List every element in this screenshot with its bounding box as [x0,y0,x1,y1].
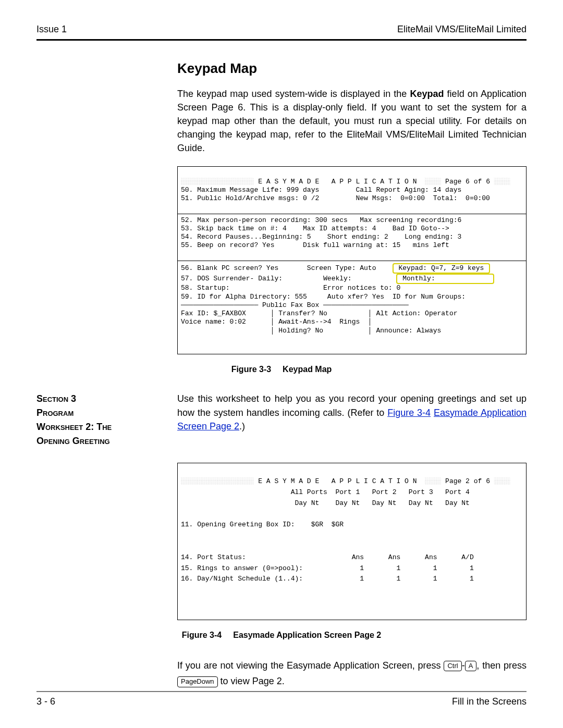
issue-label: Issue 1 [36,24,67,35]
screen-line: 15. Rings to answer (0=>pool): 1 1 1 1 [181,564,474,572]
screen-line: 52. Max person-person recording: 300 sec… [181,216,461,224]
figure-title: Keypad Map [283,365,332,374]
keypad-map-paragraph: The keypad map used system-wide is displ… [177,87,527,155]
title-shade: ░░░░░░░░░░░░░░░░░░ [181,476,254,487]
keypad-field-name: Keypad [410,89,444,99]
public-fax-box-divider: ─────────────────── Public Fax Box ─────… [181,301,409,309]
title-shade: ░░░░░░░░░░░░░░░░░░ [181,178,254,186]
figure-title: Easymade Application Screen Page 2 [233,631,381,639]
figure-3-3-caption: Figure 3-3Keypad Map [36,365,527,374]
title-shade: ░░░░ [425,476,441,487]
title-shade: ░░░░ [494,178,510,186]
paragraph-text: .) [239,421,245,431]
screen-line: 16. Day/Night Schedule (1..4): 1 1 1 1 [181,575,474,583]
section-label-line: Opening Greeting [36,434,177,448]
figure-3-4-link[interactable]: Figure 3-4 [387,408,431,418]
page-indicator: Page 2 of 6 [441,477,494,485]
instruction-paragraph: If you are not viewing the Easymade Appl… [177,658,527,689]
key-separator: - [462,660,465,671]
title-shade: ░░░░ [494,476,510,487]
application-screen-page-2: ░░░░░░░░░░░░░░░░░░ E A S Y M A D E A P P… [177,463,527,620]
section-heading-keypad-map: Keypad Map [177,60,527,77]
app-title: E A S Y M A D E A P P L I C A T I O N [254,477,425,485]
footer-rule [36,691,527,692]
screen-line: 50. Maximum Message Life: 999 days Call … [181,186,461,194]
screen-line: 51. Public Hold/Archive msgs: 0 /2 New M… [181,194,490,202]
paragraph-text: , then press [476,660,527,671]
keypad-highlight: Keypad: Q=7, Z=9 keys [393,263,490,274]
title-shade: ░░░░ [425,178,441,186]
screen-line: Voice name: 0:02 │ Await-Ans-->4 Rings │ [181,318,372,326]
paragraph-text: to view Page 2. [218,676,285,686]
screen-line: │ Holding? No │ Announce: Always [181,327,441,335]
screen-line: 57. DOS Surrender- Daily: Weekly: [181,275,396,282]
paragraph-text: If you are not viewing the Easymade Appl… [177,660,444,671]
figure-number: Figure 3-4 [182,631,222,639]
section-body: Use this worksheet to help you as you re… [177,392,527,433]
section-label-line: Section 3 [36,392,177,406]
screen-line: 54. Record Pauses...Beginning: 5 Short e… [181,233,461,241]
section-label-line: Worksheet 2: The [36,420,177,434]
section-label: Section 3 Program Worksheet 2: The Openi… [36,392,177,448]
screen-line: 59. ID for Alpha Directory: 555 Auto xfe… [181,293,466,301]
screen-line: 53. Skip back time on #: 4 Max ID attemp… [181,225,449,232]
section-label-line: Program [36,406,177,420]
keypad-highlight: Monthly: [396,274,494,284]
page-indicator: Page 6 of 6 [441,178,494,186]
application-screen-page-6: ░░░░░░░░░░░░░░░░░░ E A S Y M A D E A P P… [177,166,527,354]
screen-header-row: Day Nt Day Nt Day Nt Day Nt Day Nt [181,499,470,507]
chapter-title: Fill in the Screens [452,696,527,707]
screen-line: 58. Startup: Error notices to: 0 [181,284,400,292]
paragraph-text: The keypad map used system-wide is displ… [177,89,410,99]
page-number: 3 - 6 [36,696,55,707]
header-rule [36,39,527,41]
ctrl-key-icon: Ctrl [444,661,461,671]
app-title: E A S Y M A D E A P P L I C A T I O N [254,178,425,186]
screen-line: Fax ID: $_FAXBOX │ Transfer? No │ Alt Ac… [181,310,458,317]
figure-3-4-caption: Figure 3-4Easymade Application Screen Pa… [36,631,527,640]
screen-line: 14. Port Status: Ans Ans Ans A/D [181,553,474,561]
screen-header-row: All Ports Port 1 Port 2 Port 3 Port 4 [181,488,470,496]
pagedown-key-icon: PageDown [177,676,218,687]
screen-line: 11. Opening Greeting Box ID: $GR $GR [181,521,344,528]
screen-line: 56. Blank PC screen? Yes Screen Type: Au… [181,264,393,272]
figure-number: Figure 3-3 [231,365,271,374]
a-key-icon: A [465,661,477,671]
product-label: EliteMail VMS/EliteMail Limited [397,24,527,35]
screen-line: 55. Beep on record? Yes Disk full warnin… [181,241,449,249]
